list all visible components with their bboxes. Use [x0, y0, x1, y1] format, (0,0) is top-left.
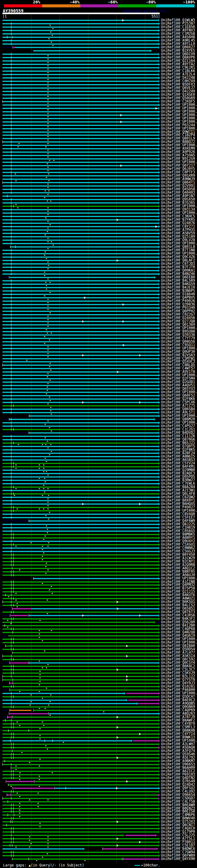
hit-bar-segment[interactable]: [2, 131, 158, 133]
hit-bar-segment[interactable]: [29, 662, 158, 663]
hit-bar-segment[interactable]: [2, 777, 158, 779]
hit-bar-segment[interactable]: [133, 740, 158, 741]
hit-bar-segment[interactable]: [2, 466, 158, 467]
hit-bar-segment[interactable]: [2, 521, 28, 521]
hit-bar-segment[interactable]: [2, 195, 158, 197]
hit-bar-segment[interactable]: [2, 754, 158, 755]
hit-bar-segment[interactable]: [2, 179, 158, 180]
hit-bar-segment[interactable]: [2, 622, 154, 623]
hit-bar-segment[interactable]: [2, 669, 158, 670]
hit-bar-segment[interactable]: [2, 730, 158, 731]
hit-bar-segment[interactable]: [2, 852, 158, 853]
hit-bar-segment[interactable]: [2, 307, 158, 309]
hit-bar-segment[interactable]: [2, 219, 158, 220]
hit-bar-segment[interactable]: [2, 60, 158, 62]
hit-bar-segment[interactable]: [2, 588, 158, 589]
hit-bar-segment[interactable]: [126, 693, 158, 694]
hit-bar-segment[interactable]: [128, 700, 158, 701]
hit-bar-segment[interactable]: [2, 77, 158, 79]
hit-bar-segment[interactable]: [2, 609, 10, 609]
hit-label[interactable]: UniRef100_Q4YX90: [161, 857, 195, 861]
hit-bar-segment[interactable]: [2, 805, 158, 806]
hit-bar-segment[interactable]: [29, 520, 158, 522]
hit-bar-segment[interactable]: [2, 84, 158, 85]
hit-bar-segment[interactable]: [2, 355, 158, 356]
hit-bar-segment[interactable]: [2, 287, 158, 288]
hit-bar-segment[interactable]: [49, 713, 158, 714]
hit-bar-segment[interactable]: [2, 480, 158, 481]
hit-bar-segment[interactable]: [2, 517, 158, 518]
hit-bar-segment[interactable]: [2, 717, 7, 717]
hit-bar-segment[interactable]: [2, 223, 158, 224]
hit-bar-segment[interactable]: [2, 774, 158, 775]
hit-bar-segment[interactable]: [12, 608, 31, 609]
hit-bar-segment[interactable]: [2, 412, 158, 413]
hit-bar-segment[interactable]: [2, 165, 158, 166]
hit-bar-segment[interactable]: [2, 229, 158, 230]
hit-bar-segment[interactable]: [2, 301, 158, 302]
hit-bar-segment[interactable]: [12, 716, 158, 718]
hit-bar-segment[interactable]: [2, 192, 158, 193]
hit-bar-segment[interactable]: [13, 683, 158, 684]
hit-bar-segment[interactable]: [2, 128, 158, 129]
hit-bar-segment[interactable]: [2, 426, 158, 427]
hit-bar-segment[interactable]: [2, 591, 158, 592]
hit-bar-segment[interactable]: [2, 43, 158, 45]
hit-bar-segment[interactable]: [2, 673, 158, 674]
hit-bar-segment[interactable]: [2, 649, 158, 650]
hit-bar-segment[interactable]: [35, 781, 158, 782]
hit-bar-segment[interactable]: [2, 449, 158, 451]
hit-bar-segment[interactable]: [2, 737, 158, 738]
hit-bar-segment[interactable]: [9, 277, 154, 278]
hit-bar-segment[interactable]: [31, 608, 158, 609]
hit-bar-segment[interactable]: [2, 317, 158, 319]
hit-bar-segment[interactable]: [12, 652, 158, 653]
hit-bar-segment[interactable]: [2, 690, 9, 690]
hit-bar-segment[interactable]: [2, 446, 158, 447]
hit-bar-segment[interactable]: [2, 185, 158, 187]
hit-bar-segment[interactable]: [2, 534, 158, 535]
hit-bar-segment[interactable]: [2, 571, 158, 572]
hit-bar-segment[interactable]: [2, 605, 158, 606]
hit-bar-segment[interactable]: [2, 91, 158, 92]
hit-bar-segment[interactable]: [2, 175, 158, 177]
hit-bar-segment[interactable]: [2, 67, 158, 68]
hit-bar-segment[interactable]: [2, 598, 158, 599]
hit-bar-segment[interactable]: [8, 784, 158, 785]
hit-bar-segment[interactable]: [2, 510, 158, 512]
hit-bar-segment[interactable]: [2, 740, 131, 741]
hit-bar-segment[interactable]: [2, 801, 158, 802]
hit-bar-segment[interactable]: [2, 375, 158, 376]
hit-bar-segment[interactable]: [2, 679, 158, 680]
hit-bar-segment[interactable]: [2, 706, 158, 708]
hit-bar-segment[interactable]: [6, 781, 34, 782]
hit-bar-segment[interactable]: [2, 314, 158, 315]
hit-bar-segment[interactable]: [2, 118, 158, 119]
hit-bar-segment[interactable]: [2, 168, 158, 170]
hit-bar-segment[interactable]: [2, 693, 124, 694]
hit-bar-segment[interactable]: [2, 676, 158, 677]
hit-bar-segment[interactable]: [10, 710, 31, 711]
hit-bar-segment[interactable]: [2, 240, 158, 241]
hit-bar-segment[interactable]: [2, 798, 158, 799]
hit-bar-segment[interactable]: [2, 250, 158, 251]
hit-bar-segment[interactable]: [2, 487, 158, 488]
hit-bar-segment[interactable]: [2, 33, 158, 34]
hit-bar-segment[interactable]: [2, 490, 158, 491]
hit-bar-segment[interactable]: [2, 744, 158, 745]
hit-bar-segment[interactable]: [2, 463, 158, 464]
hit-bar-segment[interactable]: [2, 392, 158, 393]
hit-bar-segment[interactable]: [2, 720, 158, 721]
hit-bar-segment[interactable]: [2, 40, 158, 41]
hit-bar-segment[interactable]: [2, 381, 158, 383]
hit-bar-segment[interactable]: [2, 662, 9, 663]
hit-bar-segment[interactable]: [2, 108, 158, 109]
hit-bar-segment[interactable]: [2, 236, 158, 238]
hit-bar-segment[interactable]: [13, 787, 54, 789]
hit-bar-segment[interactable]: [11, 767, 158, 769]
hit-bar-segment[interactable]: [2, 277, 9, 278]
hit-bar-segment[interactable]: [55, 787, 158, 789]
hit-bar-segment[interactable]: [2, 270, 158, 271]
hit-bar-segment[interactable]: [2, 202, 158, 204]
hit-bar-segment[interactable]: [2, 841, 158, 843]
